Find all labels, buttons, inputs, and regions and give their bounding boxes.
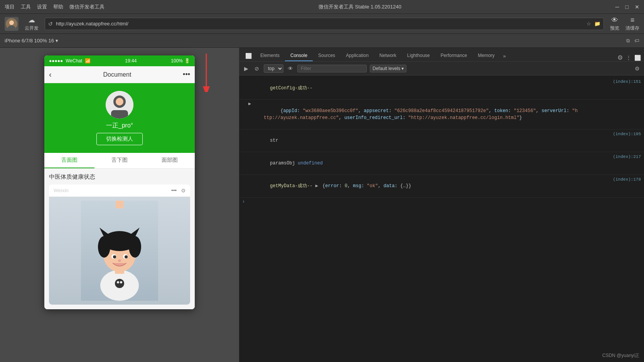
wifi-icon: 📶 bbox=[85, 58, 91, 64]
back-button[interactable]: ‹ bbox=[49, 70, 52, 79]
main-toolbar: ☁ 云开发 ↺ ☆ 📁 👁 预览 ≡ 清缓存 bbox=[0, 14, 644, 34]
more-tabs-button[interactable]: » bbox=[500, 51, 509, 61]
chevron-down-icon: ▾ bbox=[56, 38, 58, 44]
copy-icon[interactable]: ⧉ bbox=[626, 38, 630, 44]
url-bar: ↺ ☆ 📁 bbox=[45, 18, 604, 30]
svg-rect-15 bbox=[116, 201, 123, 208]
red-arrow bbox=[201, 54, 212, 92]
console-link[interactable]: (index):217 bbox=[613, 153, 641, 160]
minimize-button[interactable]: ─ bbox=[615, 4, 619, 10]
more-options-button[interactable]: ••• bbox=[183, 70, 190, 79]
tab-console[interactable]: Console bbox=[285, 50, 313, 61]
console-text: {appId: "wx3680aee5b396cc0f", appsecret:… bbox=[253, 101, 641, 128]
svg-point-7 bbox=[116, 98, 123, 106]
menu-project[interactable]: 项目 bbox=[5, 3, 15, 10]
tag-icon[interactable]: 🏷 bbox=[634, 38, 639, 44]
console-text: getConfig-成功-- bbox=[242, 78, 610, 99]
image-area: Weixin ••• ⊙ bbox=[49, 184, 190, 305]
tab-sources[interactable]: Sources bbox=[313, 50, 341, 61]
switch-tester-button[interactable]: 切换检测人 bbox=[96, 133, 143, 145]
cloud-dev-button[interactable]: ☁ 云开发 bbox=[25, 16, 39, 32]
console-input-line: › bbox=[239, 198, 644, 206]
device-bar-icons: ⧉ 🏷 bbox=[626, 38, 639, 44]
svg-point-12 bbox=[117, 281, 119, 283]
refresh-icon[interactable]: ↺ bbox=[48, 21, 53, 27]
folder-icon[interactable]: 📁 bbox=[594, 21, 600, 27]
tab-tongue-front[interactable]: 舌面图 bbox=[44, 153, 94, 168]
device-name: iPhone 6/7/8 100% 16 bbox=[5, 38, 54, 44]
svg-point-13 bbox=[120, 281, 122, 283]
console-line: ▶ {appId: "wx3680aee5b396cc0f", appsecre… bbox=[239, 100, 644, 129]
avatar bbox=[5, 17, 19, 31]
wechat-label: WeChat bbox=[66, 58, 82, 64]
tab-lighthouse[interactable]: Lighthouse bbox=[402, 50, 435, 61]
play-icon[interactable]: ▶ bbox=[242, 65, 250, 72]
devtools-inspector-icon[interactable]: ⬜ bbox=[242, 50, 255, 61]
tab-tongue-bottom[interactable]: 舌下图 bbox=[94, 153, 145, 168]
svg-point-26 bbox=[125, 255, 128, 258]
manga-character bbox=[81, 201, 158, 301]
record-icon[interactable]: ⊙ bbox=[181, 188, 185, 193]
preview-label: 预览 bbox=[610, 25, 619, 32]
menu-settings[interactable]: 设置 bbox=[37, 3, 47, 10]
close-button[interactable]: ✕ bbox=[635, 4, 639, 10]
expand-icon[interactable]: ▶ bbox=[248, 101, 251, 107]
url-input[interactable] bbox=[56, 21, 583, 27]
maximize-button[interactable]: □ bbox=[625, 4, 629, 10]
phone-frame: ●●●●● WeChat 📶 19:44 100% 🔋 ‹ Document •… bbox=[44, 55, 195, 309]
signal-text: ●●●●● bbox=[49, 58, 63, 64]
bookmark-icon[interactable]: ☆ bbox=[587, 21, 591, 27]
console-line: getMyData-成功-- ▶ {error: 0, msg: "ok", d… bbox=[239, 175, 644, 198]
devtools-settings-group: ⚙ ⋮ ⬜ bbox=[617, 54, 641, 61]
menu-tools[interactable]: 工具 bbox=[21, 3, 31, 10]
dock-icon[interactable]: ⬜ bbox=[634, 55, 641, 61]
menu-help[interactable]: 帮助 bbox=[53, 3, 63, 10]
console-link[interactable]: (index):151 bbox=[613, 78, 641, 85]
device-bar: iPhone 6/7/8 100% 16 ▾ ⧉ 🏷 bbox=[0, 34, 644, 48]
console-text: str bbox=[242, 130, 610, 151]
signal-indicator: ●●●●● WeChat 📶 bbox=[49, 58, 91, 64]
tab-application[interactable]: Application bbox=[341, 50, 374, 61]
tab-performance[interactable]: Performance bbox=[435, 50, 473, 61]
battery-icon: 🔋 bbox=[184, 58, 190, 64]
window-controls: ─ □ ✕ bbox=[615, 4, 639, 10]
tab-elements[interactable]: Elements bbox=[255, 50, 285, 61]
image-toolbar-icons: ••• ⊙ bbox=[171, 188, 185, 193]
phone-nav-bar: ‹ Document ••• bbox=[44, 66, 195, 83]
tab-network[interactable]: Network bbox=[374, 50, 402, 61]
device-selector[interactable]: iPhone 6/7/8 100% 16 ▾ bbox=[5, 38, 58, 44]
preview-button[interactable]: 👁 预览 bbox=[610, 16, 619, 32]
console-prompt-icon: › bbox=[242, 199, 245, 204]
menu-devtools[interactable]: 微信开发者工具 bbox=[69, 3, 105, 10]
context-selector[interactable]: top bbox=[264, 64, 283, 73]
eye-icon[interactable]: 👁 bbox=[287, 65, 294, 72]
svg-rect-14 bbox=[117, 285, 122, 287]
health-status-label: 中医体质健康状态 bbox=[49, 173, 190, 181]
console-link[interactable]: (index):195 bbox=[613, 130, 641, 137]
tab-face[interactable]: 面部图 bbox=[145, 153, 195, 168]
profile-area: 一正_pro° 切换检测人 bbox=[44, 83, 195, 153]
vertical-dots-icon[interactable]: ⋮ bbox=[626, 55, 631, 61]
ban-icon[interactable]: ⊘ bbox=[253, 65, 261, 72]
eye-icon: 👁 bbox=[611, 16, 618, 24]
console-link[interactable]: (index):178 bbox=[613, 176, 641, 183]
gear-icon[interactable]: ⚙ bbox=[617, 54, 623, 61]
clear-label: 清缓存 bbox=[625, 25, 639, 32]
more-icon[interactable]: ••• bbox=[171, 188, 177, 193]
clear-cache-button[interactable]: ≡ 清缓存 bbox=[625, 16, 639, 32]
cloud-label: 云开发 bbox=[25, 25, 39, 32]
devtools-tabs: ⬜ Elements Console Sources Application N… bbox=[239, 48, 644, 62]
log-levels-selector[interactable]: Default levels ▾ bbox=[370, 65, 406, 72]
svg-point-25 bbox=[113, 255, 116, 258]
cloud-icon: ☁ bbox=[28, 16, 35, 24]
console-line: paramsObj undefined (index):217 bbox=[239, 152, 644, 175]
profile-name: 一正_pro° bbox=[106, 122, 133, 130]
expand-icon[interactable]: ▶ bbox=[315, 183, 318, 189]
console-line: str (index):195 bbox=[239, 129, 644, 152]
console-settings-icon[interactable]: ⚙ bbox=[633, 65, 641, 72]
phone-panel: ●●●●● WeChat 📶 19:44 100% 🔋 ‹ Document •… bbox=[0, 48, 239, 362]
svg-point-1 bbox=[9, 20, 14, 25]
tab-memory[interactable]: Memory bbox=[472, 50, 500, 61]
filter-input[interactable] bbox=[297, 65, 367, 72]
watermark: CSDN @yuanyi正 bbox=[602, 352, 639, 359]
